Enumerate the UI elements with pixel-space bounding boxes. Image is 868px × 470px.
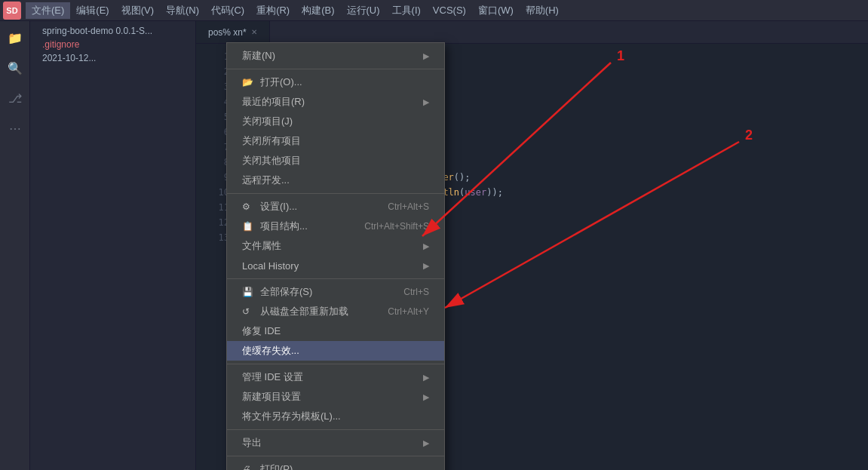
menu-build[interactable]: 构建(B) bbox=[296, 2, 340, 19]
menu-item-open[interactable]: 📂打开(O)... bbox=[227, 72, 444, 92]
gear-icon: ⚙ bbox=[242, 201, 254, 212]
submenu-arrow: ▶ bbox=[423, 97, 429, 107]
folder-icon: 📂 bbox=[242, 77, 254, 88]
submenu-arrow: ▶ bbox=[423, 51, 429, 61]
menu-edit[interactable]: 编辑(E) bbox=[70, 2, 115, 19]
print-icon: 🖨 bbox=[242, 464, 254, 470]
submenu-arrow: ▶ bbox=[423, 241, 429, 251]
separator-6 bbox=[227, 456, 444, 456]
project-icon: 📋 bbox=[242, 221, 254, 232]
main-layout: 📁 🔍 ⎇ ⋯ spring-boot-demo 0.0.1-S... .git… bbox=[0, 21, 868, 470]
separator-3 bbox=[227, 278, 444, 279]
submenu-arrow: ▶ bbox=[423, 261, 429, 271]
menu-tools[interactable]: 工具(I) bbox=[386, 2, 427, 19]
menu-item-close-all[interactable]: 关闭所有项目 bbox=[227, 131, 444, 151]
menu-item-file-props[interactable]: 文件属性 ▶ bbox=[227, 236, 444, 256]
menu-navigate[interactable]: 导航(N) bbox=[160, 2, 205, 19]
menu-window[interactable]: 窗口(W) bbox=[472, 2, 520, 19]
menu-item-reload[interactable]: ↺从磁盘全部重新加载 Ctrl+Alt+Y bbox=[227, 302, 444, 321]
menu-run[interactable]: 运行(U) bbox=[341, 2, 386, 19]
file-tree-date[interactable]: 2021-10-12... bbox=[30, 51, 195, 65]
sidebar-icon-project[interactable]: 📁 bbox=[5, 27, 26, 48]
menubar: SD 文件(E) 编辑(E) 视图(V) 导航(N) 代码(C) 重构(R) 构… bbox=[0, 0, 868, 21]
sidebar-icon-git[interactable]: ⎇ bbox=[5, 88, 26, 109]
submenu-arrow: ▶ bbox=[423, 392, 429, 402]
file-tree: spring-boot-demo 0.0.1-S... .gitignore 2… bbox=[30, 21, 196, 470]
menu-code[interactable]: 代码(C) bbox=[205, 2, 250, 19]
menu-item-recent[interactable]: 最近的项目(R) ▶ bbox=[227, 92, 444, 112]
tab-close-button[interactable]: ✕ bbox=[251, 28, 257, 36]
reload-icon: ↺ bbox=[242, 306, 254, 317]
menu-item-print[interactable]: 🖨打印(P)... bbox=[227, 459, 444, 470]
ide-avatar: SD bbox=[3, 2, 21, 20]
menu-item-project-struct[interactable]: 📋项目结构... Ctrl+Alt+Shift+S bbox=[227, 217, 444, 236]
menu-item-save-as-template[interactable]: 将文件另存为模板(L)... bbox=[227, 407, 444, 426]
submenu-arrow: ▶ bbox=[423, 438, 429, 448]
menu-vcs[interactable]: VCS(S) bbox=[427, 3, 472, 17]
menu-view[interactable]: 视图(V) bbox=[115, 2, 160, 19]
file-tree-project[interactable]: spring-boot-demo 0.0.1-S... bbox=[30, 24, 195, 38]
menu-item-close-other[interactable]: 关闭其他项目 bbox=[227, 151, 444, 170]
sidebar-icon-find[interactable]: 🔍 bbox=[5, 57, 26, 78]
editor-area: pos% xn* ✕ 1 @SpringBootTest 2 class App… bbox=[196, 21, 868, 470]
file-tree-gitignore[interactable]: .gitignore bbox=[30, 38, 195, 51]
menu-refactor[interactable]: 重构(R) bbox=[250, 2, 296, 19]
menu-item-invalidate-caches[interactable]: 使缓存失效... bbox=[227, 341, 444, 361]
menu-item-export[interactable]: 导出 ▶ bbox=[227, 433, 444, 453]
separator-5 bbox=[227, 429, 444, 430]
menu-item-save-all[interactable]: 💾全部保存(S) Ctrl+S bbox=[227, 282, 444, 302]
sidebar-icons: 📁 🔍 ⎇ ⋯ bbox=[0, 21, 30, 470]
save-icon: 💾 bbox=[242, 287, 254, 297]
menu-help[interactable]: 帮助(H) bbox=[520, 2, 565, 19]
menu-file[interactable]: 文件(E) bbox=[26, 2, 70, 19]
tab-bar: pos% xn* ✕ bbox=[196, 21, 868, 44]
menu-item-close-project[interactable]: 关闭项目(J) bbox=[227, 112, 444, 131]
menu-item-manage-ide-settings[interactable]: 管理 IDE 设置 ▶ bbox=[227, 367, 444, 387]
separator-2 bbox=[227, 193, 444, 194]
tab-active[interactable]: pos% xn* ✕ bbox=[196, 21, 270, 43]
menu-item-new-project-settings[interactable]: 新建项目设置 ▶ bbox=[227, 387, 444, 407]
menu-item-local-history[interactable]: Local History ▶ bbox=[227, 256, 444, 275]
submenu-arrow: ▶ bbox=[423, 373, 429, 382]
separator-1 bbox=[227, 69, 444, 69]
menu-item-new[interactable]: 新建(N) ▶ bbox=[227, 46, 444, 66]
menu-item-remote[interactable]: 远程开发... bbox=[227, 170, 444, 190]
menu-item-settings[interactable]: ⚙设置(I)... Ctrl+Alt+S bbox=[227, 197, 444, 217]
file-menu-dropdown: 新建(N) ▶ 📂打开(O)... 最近的项目(R) ▶ 关闭项目(J) 关闭所… bbox=[226, 42, 445, 470]
sidebar-icon-dots[interactable]: ⋯ bbox=[5, 118, 26, 139]
menu-item-repair-ide[interactable]: 修复 IDE bbox=[227, 321, 444, 341]
separator-4 bbox=[227, 364, 444, 364]
